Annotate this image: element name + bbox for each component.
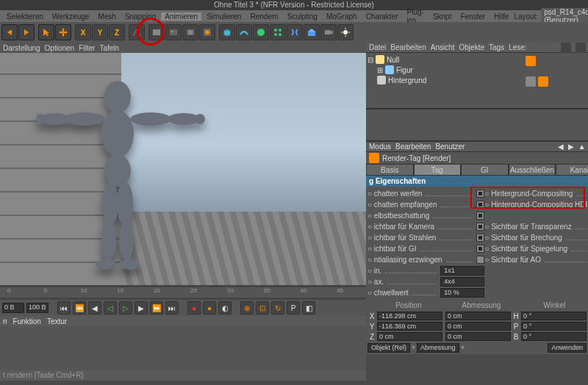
apply-button[interactable]: Anwenden [548, 343, 587, 353]
attr-modus[interactable]: Modus [369, 143, 391, 151]
om-objekte[interactable]: Objekte [459, 43, 484, 51]
undo-button[interactable] [1, 24, 18, 40]
x-axis-button[interactable]: X [75, 24, 91, 40]
size-field[interactable]: 0 cm [445, 322, 511, 331]
menu-snapping[interactable]: Snapping [121, 12, 159, 21]
checkbox[interactable] [476, 245, 484, 253]
checkbox[interactable] [476, 201, 484, 209]
attr-tab-kanal[interactable]: Kanal [556, 164, 588, 176]
angle-field[interactable]: 0 ° [521, 332, 587, 341]
coord-system-button[interactable] [129, 24, 145, 40]
om-bearbeiten[interactable]: Bearbeiten [390, 43, 426, 51]
menu-sculpting[interactable]: Sculpting [284, 12, 321, 21]
om-datei[interactable]: Datei [369, 43, 386, 51]
render-picture-button[interactable] [165, 24, 182, 40]
attr-tab-gi[interactable]: GI [461, 164, 509, 176]
tab-n[interactable]: n [3, 317, 7, 325]
play-button[interactable]: ▷ [119, 301, 132, 314]
next-frame-button[interactable]: ▶ [135, 301, 148, 314]
angle-field[interactable]: 0 ° [521, 312, 587, 320]
om-view-icon[interactable] [576, 43, 586, 53]
object-manager-tree[interactable]: ⊟Null ⊞Figur Hintergrund [366, 53, 588, 108]
autokey-button[interactable]: ● [203, 301, 216, 314]
array-button[interactable] [270, 24, 286, 40]
move-tool[interactable] [55, 24, 71, 40]
menu-skript[interactable]: Skript [429, 12, 456, 21]
checkbox[interactable] [476, 190, 484, 198]
object-manager-tags[interactable] [523, 53, 588, 108]
next-key-button[interactable]: ⏩ [150, 301, 163, 314]
attr-tab-basis[interactable]: Basis [366, 164, 414, 176]
key-scale-button[interactable]: ⊡ [256, 301, 269, 314]
redo-button[interactable] [18, 24, 35, 40]
menu-selektieren[interactable]: Selektieren [3, 12, 47, 21]
prev-key-button[interactable]: ⏪ [73, 301, 86, 314]
value-field[interactable]: 10 % [440, 288, 484, 298]
checkbox[interactable] [476, 234, 484, 242]
menu-fenster[interactable]: Fenster [456, 12, 489, 21]
key-rot-button[interactable]: ↻ [271, 301, 284, 314]
om-search-icon[interactable] [561, 43, 571, 53]
checkbox[interactable] [476, 256, 484, 264]
attr-bearbeiten[interactable]: Bearbeiten [395, 143, 431, 151]
pos-field[interactable]: -118.298 cm [377, 312, 442, 320]
cube-primitive-button[interactable] [219, 24, 235, 40]
menu-charakter[interactable]: Charakter [362, 12, 402, 21]
camera-button[interactable] [320, 24, 337, 40]
attr-benutzer[interactable]: Benutzer [435, 143, 465, 151]
vp-tafeln[interactable]: Tafeln [99, 44, 119, 52]
nurbs-button[interactable] [253, 24, 269, 40]
tree-item-hintergrund[interactable]: Hintergrund [368, 75, 521, 85]
render-queue-button[interactable] [199, 24, 215, 40]
checkbox[interactable] [476, 212, 484, 220]
vp-optionen[interactable]: Optionen [45, 44, 75, 52]
om-ansicht[interactable]: Ansicht [431, 43, 455, 51]
key-pos-button[interactable]: ⊕ [240, 301, 254, 314]
frame-end-field[interactable]: 100 B [26, 303, 49, 313]
om-tags[interactable]: Tags [489, 43, 504, 51]
menu-animieren[interactable]: Animieren [161, 12, 201, 21]
nav-fwd-icon[interactable]: ▶ [568, 143, 574, 151]
y-axis-button[interactable]: Y [92, 24, 108, 40]
prev-frame-button[interactable]: ◀ [88, 301, 101, 314]
frame-start-field[interactable]: 0 B [2, 303, 24, 313]
z-axis-button[interactable]: Z [109, 24, 125, 40]
material-manager[interactable] [366, 109, 588, 141]
spline-button[interactable] [236, 24, 252, 40]
key-pla-button[interactable]: ◧ [302, 301, 315, 314]
om-lese[interactable]: Lese: [509, 43, 526, 51]
goto-start-button[interactable]: ⏮ [57, 301, 71, 314]
scene-button[interactable] [304, 24, 320, 40]
select-tool[interactable] [38, 24, 54, 40]
viewport-3d[interactable] [0, 53, 366, 285]
menu-werkzeuge[interactable]: Werkzeuge [49, 12, 93, 21]
menu-mograph[interactable]: MoGraph [323, 12, 361, 21]
key-param-button[interactable]: P [287, 301, 300, 314]
size-field[interactable]: 0 cm [445, 332, 511, 341]
record-button[interactable]: ● [187, 301, 201, 314]
size-field[interactable]: 0 cm [445, 312, 511, 320]
angle-field[interactable]: 0 ° [521, 322, 587, 331]
nav-up-icon[interactable]: ▲ [578, 143, 586, 151]
coord-mode-dropdown[interactable]: Objekt (Rel) [368, 343, 410, 353]
value-field[interactable]: 1x1 [440, 266, 484, 276]
attr-tab-tag[interactable]: Tag [414, 164, 462, 176]
tab-funktion[interactable]: Funktion [13, 317, 41, 325]
vp-darstellung[interactable]: Darstellung [3, 44, 40, 52]
tree-item-null[interactable]: ⊟Null [368, 54, 521, 65]
menu-mesh[interactable]: Mesh [94, 12, 119, 21]
nav-back-icon[interactable]: ◀ [558, 143, 564, 151]
pos-field[interactable]: -116.369 cm [377, 322, 442, 331]
tab-textur[interactable]: Textur [47, 317, 67, 325]
tree-item-figur[interactable]: ⊞Figur [368, 65, 521, 75]
attr-tab-ausschliessen[interactable]: Ausschließen [509, 164, 556, 176]
timeline-ruler[interactable]: 0 5 10 15 20 25 30 35 40 45 [0, 285, 366, 300]
coord-size-dropdown[interactable]: Abmessung [417, 343, 459, 353]
vp-filter[interactable]: Filter [79, 44, 95, 52]
render-view-button[interactable] [148, 24, 165, 40]
menu-hilfe[interactable]: Hilfe [490, 12, 512, 21]
deformer-button[interactable] [287, 24, 303, 40]
play-back-button[interactable]: ◁ [104, 301, 117, 314]
render-settings-button[interactable] [182, 24, 198, 40]
keyframe-sel-button[interactable]: ◐ [218, 301, 232, 314]
